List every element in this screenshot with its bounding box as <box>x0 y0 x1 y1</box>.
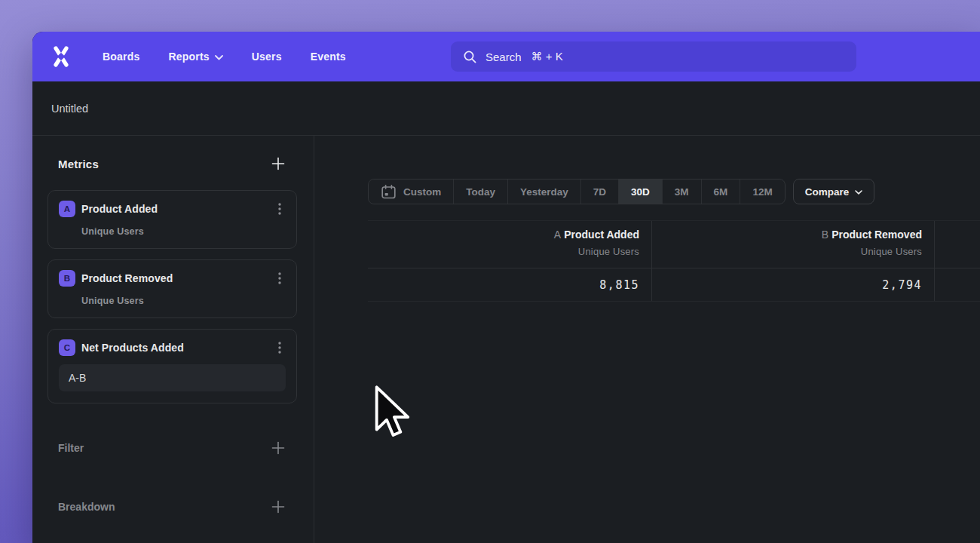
formula-input[interactable]: A-B <box>59 364 286 391</box>
compare-label: Compare <box>805 186 850 198</box>
date-range-toolbar: Custom Today Yesterday 7D 30D 3M 6M 12M … <box>368 179 874 204</box>
kebab-menu-icon[interactable] <box>274 272 286 285</box>
date-range-custom[interactable]: Custom <box>369 179 453 204</box>
nav-item-users[interactable]: Users <box>252 51 282 63</box>
breakdown-section: Breakdown <box>32 500 314 514</box>
metric-name: Product Added <box>81 203 158 215</box>
date-range-3m[interactable]: 3M <box>662 179 701 204</box>
metric-measurement[interactable]: Unique Users <box>81 296 286 306</box>
date-range-label: 7D <box>593 186 606 198</box>
metric-badge: B <box>59 270 75 287</box>
table-header-metric-c-clipped <box>935 221 980 268</box>
nav-item-label: Reports <box>168 51 209 63</box>
metric-subtitle: Unique Users <box>368 246 639 257</box>
table-header-metric-a: AProduct Added Unique Users <box>368 221 652 268</box>
metric-a-total: 8,815 <box>368 268 639 302</box>
app-window: Boards Reports Users Events Search ⌘ + K <box>32 32 980 543</box>
search-placeholder: Search <box>485 51 522 63</box>
nav-menu: Boards Reports Users Events <box>103 51 346 63</box>
date-range-7d[interactable]: 7D <box>580 179 618 204</box>
nav-item-label: Events <box>311 51 346 63</box>
metric-name: Product Added <box>564 229 639 241</box>
formula-value: A-B <box>69 372 86 384</box>
chevron-down-icon <box>215 55 223 60</box>
metric-b-total: 2,794 <box>652 268 922 302</box>
metric-card-a[interactable]: A Product Added Unique Users <box>47 190 297 249</box>
metric-name: Net Products Added <box>81 342 184 354</box>
date-range-12m[interactable]: 12M <box>740 179 784 204</box>
metrics-sidebar: Metrics A Product Added Unique <box>32 136 314 543</box>
add-filter-button[interactable] <box>271 441 285 455</box>
calendar-icon <box>381 184 397 200</box>
search-shortcut: ⌘ + K <box>531 50 563 63</box>
metric-letter: A <box>554 229 561 241</box>
report-title[interactable]: Untitled <box>51 103 88 115</box>
nav-item-boards[interactable]: Boards <box>103 51 139 63</box>
report-main-area: Custom Today Yesterday 7D 30D 3M 6M 12M … <box>314 136 980 543</box>
date-range-segments: Custom Today Yesterday 7D 30D 3M 6M 12M <box>368 179 786 204</box>
metric-badge: C <box>59 339 75 356</box>
metric-card-c[interactable]: C Net Products Added A-B <box>47 329 297 403</box>
date-range-label: Yesterday <box>520 186 568 198</box>
nav-item-label: Users <box>252 51 282 63</box>
compare-button[interactable]: Compare <box>793 179 875 204</box>
filter-section: Filter <box>32 441 314 455</box>
filter-label: Filter <box>58 442 84 454</box>
table-values-row: 8,815 2,794 <box>368 268 980 302</box>
metric-letter: B <box>822 229 828 241</box>
date-range-label: 12M <box>752 186 772 198</box>
date-range-label: Today <box>466 186 495 198</box>
nav-item-reports[interactable]: Reports <box>168 51 222 63</box>
chevron-down-icon <box>855 190 862 195</box>
breakdown-label: Breakdown <box>58 501 115 513</box>
metric-measurement[interactable]: Unique Users <box>81 226 286 237</box>
kebab-menu-icon[interactable] <box>274 341 286 354</box>
report-title-bar: Untitled <box>32 81 980 136</box>
date-range-label: Custom <box>403 186 441 198</box>
date-range-6m[interactable]: 6M <box>701 179 740 204</box>
nav-item-events[interactable]: Events <box>311 51 346 63</box>
nav-item-label: Boards <box>103 51 139 63</box>
kebab-menu-icon[interactable] <box>274 202 286 216</box>
search-input[interactable]: Search ⌘ + K <box>451 41 856 72</box>
totals-table: AProduct Added Unique Users BProduct Rem… <box>368 220 980 302</box>
search-icon <box>463 50 477 64</box>
metrics-header-row: Metrics <box>32 157 314 170</box>
add-breakdown-button[interactable] <box>271 500 285 514</box>
date-range-today[interactable]: Today <box>453 179 507 204</box>
date-range-30d-selected[interactable]: 30D <box>618 179 662 204</box>
top-navbar: Boards Reports Users Events Search ⌘ + K <box>32 32 980 81</box>
metric-card-b[interactable]: B Product Removed Unique Users <box>47 259 297 318</box>
mixpanel-logo-icon[interactable] <box>51 45 71 68</box>
add-metric-button[interactable] <box>271 157 285 170</box>
metric-subtitle: Unique Users <box>652 246 922 257</box>
date-range-label: 30D <box>631 186 650 198</box>
metric-badge: A <box>59 201 75 217</box>
date-range-label: 3M <box>675 186 689 198</box>
table-header-row: AProduct Added Unique Users BProduct Rem… <box>368 220 980 268</box>
table-header-metric-b: BProduct Removed Unique Users <box>652 221 935 268</box>
metric-name: Product Removed <box>831 229 922 241</box>
metrics-header-label: Metrics <box>58 158 99 170</box>
date-range-label: 6M <box>714 186 728 198</box>
date-range-yesterday[interactable]: Yesterday <box>507 179 580 204</box>
metric-name: Product Removed <box>81 272 173 284</box>
